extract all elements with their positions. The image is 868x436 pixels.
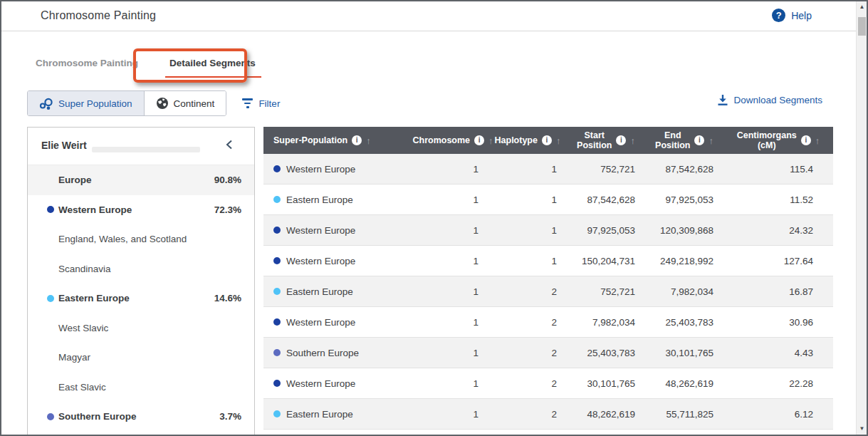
tab-label: Chromosome Painting (36, 58, 138, 68)
cell-super-population: Western Europe (263, 225, 417, 236)
cell-super-population: Western Europe (263, 317, 417, 328)
chevron-left-icon (224, 139, 234, 150)
column-header[interactable]: Centimorgans(cM)i↑ (723, 127, 833, 154)
continent-label: Continent (174, 98, 215, 109)
population-sidebar: Elie Weirt Europe90.8%Western Europe72.3… (27, 127, 255, 435)
population-list-item[interactable]: Eastern Europe14.6% (28, 284, 254, 313)
cell-haplotype: 1 (488, 256, 567, 266)
segment-row[interactable]: Eastern Europe12752,7217,982,03416.87 (263, 276, 833, 307)
collapse-sidebar-button[interactable] (224, 139, 234, 153)
vertical-scrollbar[interactable]: ▲ ▼ (856, 1, 867, 435)
sort-arrow-icon[interactable]: ↑ (556, 135, 561, 146)
population-label: West Slavic (58, 323, 241, 333)
cell-chromosome: 1 (417, 286, 488, 297)
sort-arrow-icon[interactable]: ↑ (366, 135, 371, 146)
cell-end-position: 7,982,034 (645, 286, 723, 297)
cell-centimorgans: 127.64 (723, 256, 833, 266)
population-dot-icon (273, 196, 281, 203)
scrollbar-down-arrow-icon[interactable]: ▼ (857, 423, 867, 435)
download-segments-button[interactable]: Download Segments (717, 94, 822, 106)
cell-start-position: 752,721 (567, 164, 645, 175)
population-dot-icon (47, 295, 54, 302)
cell-start-position: 25,403,783 (567, 348, 645, 358)
info-icon[interactable]: i (616, 135, 626, 145)
segment-row[interactable]: Western Europe127,982,03425,403,78330.96 (263, 307, 833, 338)
column-header[interactable]: Super-Populationi↑ (263, 127, 417, 154)
column-header-label: Centimorgans(cM) (737, 130, 797, 150)
population-list-item[interactable]: England, Wales, and Scotland (28, 224, 254, 254)
active-tab-indicator (165, 76, 261, 78)
population-list-item[interactable]: Magyar (28, 343, 254, 373)
population-list-item[interactable]: Western Europe72.3% (28, 195, 254, 225)
population-dot-icon (273, 318, 281, 326)
tab-chromosome-painting[interactable]: Chromosome Painting (36, 58, 138, 78)
cell-start-position: 97,925,053 (567, 225, 645, 236)
segment-row[interactable]: Eastern Europe1187,542,62897,925,05311.5… (263, 185, 833, 215)
info-icon[interactable]: i (474, 135, 484, 145)
cell-centimorgans: 6.12 (723, 409, 833, 420)
cell-haplotype: 2 (488, 378, 567, 389)
scrollbar-up-arrow-icon[interactable]: ▲ (857, 1, 867, 13)
cell-end-position: 120,309,868 (645, 225, 723, 236)
segment-row[interactable]: Eastern Europe1248,262,61955,711,8256.12 (263, 399, 833, 430)
page-title: Chromosome Painting (41, 9, 156, 22)
column-header[interactable]: StartPositioni↑ (567, 127, 645, 154)
cell-start-position: 48,262,619 (567, 409, 645, 420)
profile-name: Elie Weirt (41, 140, 87, 151)
sort-arrow-icon[interactable]: ↑ (708, 135, 713, 146)
sort-arrow-icon[interactable]: ↑ (815, 135, 820, 146)
population-dot-icon (273, 410, 281, 417)
cell-super-population: Western Europe (263, 164, 417, 175)
help-button[interactable]: ? Help (772, 9, 812, 22)
population-name: Western Europe (286, 164, 355, 175)
column-header[interactable]: EndPositioni↑ (645, 127, 723, 154)
population-list-item[interactable]: Southern Europe3.7% (28, 402, 254, 432)
info-icon[interactable]: i (542, 135, 552, 145)
help-question-icon: ? (772, 9, 785, 22)
super-population-button[interactable]: Super Population (28, 91, 144, 115)
tab-label: Detailed Segments (169, 58, 256, 68)
cell-super-population: Southern Europe (263, 348, 417, 358)
segment-row[interactable]: Western Europe1197,925,053120,309,86824.… (263, 215, 833, 246)
segment-row[interactable]: Western Europe11752,72187,542,628115.4 (263, 154, 833, 185)
cell-start-position: 7,982,034 (567, 317, 645, 328)
tab-bar: Chromosome Painting Detailed Segments (36, 58, 256, 78)
population-dot-icon (273, 165, 281, 172)
cell-haplotype: 2 (488, 286, 567, 297)
population-list-item[interactable]: West Slavic (28, 313, 254, 343)
info-icon[interactable]: i (352, 135, 362, 145)
cell-super-population: Eastern Europe (263, 409, 417, 420)
view-toggle-group: Super Population Continent (27, 90, 226, 116)
population-list-item[interactable]: Scandinavia (28, 254, 254, 284)
population-label: Europe (58, 175, 214, 185)
population-name: Western Europe (286, 378, 355, 389)
population-dot-icon (273, 257, 281, 264)
segment-row[interactable]: Western Europe1230,101,76548,262,61922.2… (263, 368, 833, 399)
partial-next-row (263, 430, 833, 436)
population-percent: 14.6% (214, 293, 241, 303)
segment-row[interactable]: Southern Europe1225,403,78330,101,7654.4… (263, 338, 833, 368)
cell-centimorgans: 24.32 (723, 225, 833, 236)
cell-chromosome: 1 (417, 256, 488, 266)
filter-label: Filter (258, 98, 280, 109)
info-icon[interactable]: i (801, 135, 811, 145)
scrollbar-thumb[interactable] (858, 17, 866, 36)
cell-haplotype: 2 (488, 317, 567, 328)
population-label: East Slavic (58, 382, 241, 393)
segment-row[interactable]: Western Europe11150,204,731249,218,99212… (263, 246, 833, 276)
column-header[interactable]: Haplotypei↑ (488, 127, 567, 154)
filter-button[interactable]: Filter (242, 98, 280, 109)
tab-detailed-segments[interactable]: Detailed Segments (169, 58, 256, 78)
sort-arrow-icon[interactable]: ↑ (630, 135, 635, 146)
cell-start-position: 150,204,731 (567, 256, 645, 266)
population-list-item[interactable]: Europe90.8% (28, 165, 254, 195)
info-icon[interactable]: i (694, 135, 704, 145)
cell-centimorgans: 22.28 (723, 378, 833, 389)
profile-header: Elie Weirt (28, 128, 254, 165)
population-dot-icon (273, 349, 281, 356)
continent-button[interactable]: Continent (144, 91, 226, 115)
globe-icon (156, 97, 169, 110)
column-header[interactable]: Chromosomei↑ (417, 127, 488, 154)
cell-end-position: 87,542,628 (645, 164, 723, 175)
population-list-item[interactable]: East Slavic (28, 373, 254, 403)
